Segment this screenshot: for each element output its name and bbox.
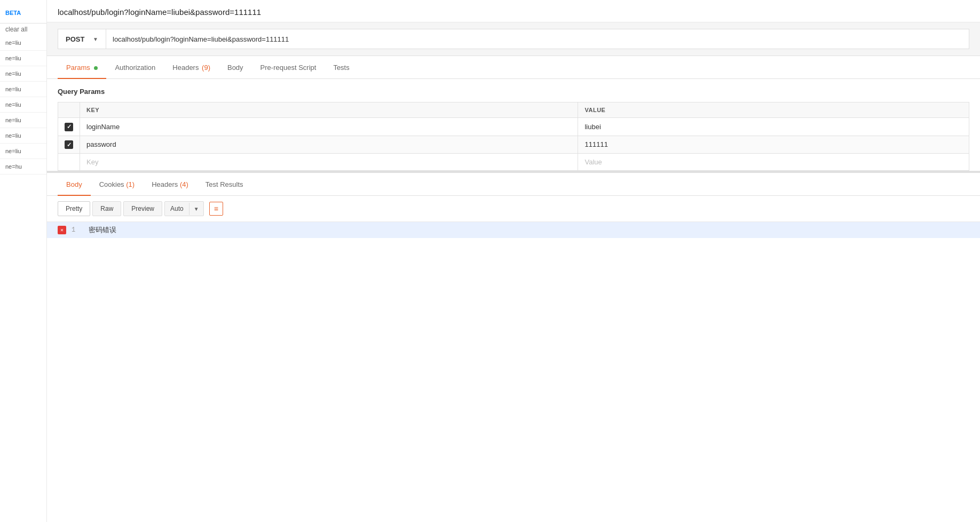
- auto-label: Auto: [165, 202, 189, 216]
- checkbox-loginname[interactable]: ✓: [65, 123, 73, 131]
- sidebar: BETA clear all ne=liu ne=liu ne=liu ne=l…: [0, 0, 47, 522]
- tab-authorization[interactable]: Authorization: [106, 56, 164, 79]
- clear-all-button[interactable]: clear all: [0, 23, 46, 35]
- check-icon: ✓: [67, 124, 72, 130]
- value-placeholder[interactable]: Value: [578, 154, 969, 171]
- url-input[interactable]: [106, 29, 969, 49]
- sidebar-item[interactable]: ne=liu: [0, 144, 46, 159]
- response-tabs: Body Cookies (1) Headers (4) Test Result…: [47, 173, 980, 196]
- checkbox-password[interactable]: ✓: [65, 140, 73, 149]
- sidebar-item[interactable]: ne=liu: [0, 113, 46, 128]
- key-placeholder[interactable]: Key: [80, 154, 578, 171]
- checkbox-empty: [58, 154, 80, 171]
- request-tabs: Params Authorization Headers (9) Body Pr…: [47, 56, 980, 79]
- error-icon: ✕: [58, 226, 66, 234]
- tab-tests[interactable]: Tests: [325, 56, 358, 79]
- response-toolbar: Pretty Raw Preview Auto ▼ ≡: [47, 196, 980, 222]
- sidebar-item[interactable]: ne=liu: [0, 51, 46, 66]
- sidebar-item[interactable]: ne=liu: [0, 35, 46, 51]
- value-cell[interactable]: 111111: [578, 136, 969, 154]
- sidebar-top: BETA: [0, 4, 46, 23]
- response-tab-cookies[interactable]: Cookies (1): [91, 173, 143, 196]
- preview-button[interactable]: Preview: [123, 201, 162, 216]
- checkbox-cell[interactable]: ✓: [58, 136, 80, 154]
- pretty-button[interactable]: Pretty: [58, 201, 90, 216]
- tab-params[interactable]: Params: [58, 56, 106, 79]
- params-dot: [94, 66, 98, 70]
- sidebar-item[interactable]: ne=liu: [0, 66, 46, 82]
- checkbox-cell[interactable]: ✓: [58, 118, 80, 136]
- check-icon: ✓: [67, 142, 72, 148]
- tab-pre-request[interactable]: Pre-request Script: [252, 56, 325, 79]
- sidebar-item[interactable]: ne=liu: [0, 97, 46, 113]
- method-chevron-icon: ▼: [93, 36, 98, 42]
- url-title: localhost/pub/login?loginName=liubei&pas…: [47, 0, 980, 22]
- main-content: localhost/pub/login?loginName=liubei&pas…: [47, 0, 980, 522]
- response-tab-body[interactable]: Body: [58, 173, 91, 196]
- wrap-button[interactable]: ≡: [209, 202, 223, 216]
- response-text: 密码错误: [89, 225, 116, 235]
- col-value-header: VALUE: [578, 102, 969, 118]
- tab-body[interactable]: Body: [219, 56, 252, 79]
- table-row: ✓ loginName liubei: [58, 118, 969, 136]
- sidebar-item[interactable]: ne=liu: [0, 82, 46, 97]
- wrap-icon: ≡: [214, 204, 218, 213]
- method-label: POST: [66, 35, 84, 43]
- beta-label: BETA: [5, 10, 21, 16]
- key-cell[interactable]: loginName: [80, 118, 578, 136]
- sidebar-url-list: ne=liu ne=liu ne=liu ne=liu ne=liu ne=li…: [0, 35, 46, 175]
- col-checkbox: [58, 102, 80, 118]
- tab-headers[interactable]: Headers (9): [164, 56, 219, 79]
- raw-button[interactable]: Raw: [92, 201, 121, 216]
- response-section: Body Cookies (1) Headers (4) Test Result…: [47, 171, 980, 522]
- value-cell[interactable]: liubei: [578, 118, 969, 136]
- method-selector[interactable]: POST ▼: [58, 29, 106, 49]
- key-cell[interactable]: password: [80, 136, 578, 154]
- table-row: ✓ password 111111: [58, 136, 969, 154]
- table-row-placeholder: Key Value: [58, 154, 969, 171]
- sidebar-item[interactable]: ne=hu: [0, 159, 46, 175]
- response-tab-headers[interactable]: Headers (4): [143, 173, 197, 196]
- col-key-header: KEY: [80, 102, 578, 118]
- response-tab-test-results[interactable]: Test Results: [197, 173, 252, 196]
- params-table: KEY VALUE ✓ loginName liubei: [58, 102, 969, 171]
- params-section: Query Params KEY VALUE ✓: [47, 79, 980, 171]
- response-body: ✕ 1 密码错误: [47, 222, 980, 522]
- request-bar: POST ▼: [47, 22, 980, 56]
- auto-chevron-icon[interactable]: ▼: [189, 203, 203, 215]
- response-line: ✕ 1 密码错误: [47, 222, 980, 238]
- auto-select[interactable]: Auto ▼: [164, 201, 204, 216]
- line-number: 1: [72, 226, 80, 234]
- query-params-title: Query Params: [58, 88, 969, 96]
- sidebar-item[interactable]: ne=liu: [0, 128, 46, 144]
